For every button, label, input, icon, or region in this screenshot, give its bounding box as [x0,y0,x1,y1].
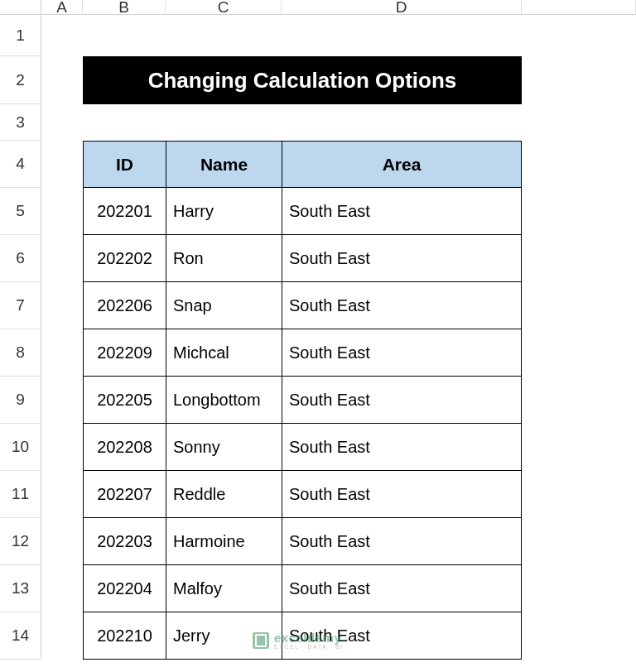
cell-area[interactable]: South East [282,471,522,518]
cell-area[interactable]: South East [282,329,522,377]
cell-area[interactable]: South East [282,188,522,235]
row-header-13[interactable]: 13 [0,565,41,612]
col-header-blank [522,0,636,15]
cell-id[interactable]: 202203 [83,518,166,565]
spreadsheet-grid: A B C D 1234567891011121314Changing Calc… [0,0,636,660]
col-header-d[interactable]: D [282,0,522,15]
cell-id[interactable]: 202208 [83,424,166,471]
row-header-1[interactable]: 1 [0,15,41,56]
cell-id[interactable]: 202204 [83,565,166,612]
cell-name[interactable]: Malfoy [166,565,282,612]
row-header-11[interactable]: 11 [0,471,41,518]
row-header-3[interactable]: 3 [0,104,41,141]
page-title: Changing Calculation Options [83,56,522,104]
table-header-id[interactable]: ID [83,141,166,188]
cell-id[interactable]: 202210 [83,612,166,660]
cell-name[interactable]: Jerry [166,612,282,660]
cell-id[interactable]: 202207 [83,471,166,518]
cell-id[interactable]: 202205 [83,377,166,424]
col-header-b[interactable]: B [83,0,166,15]
cell-name[interactable]: Michcal [166,329,282,377]
cell-id[interactable]: 202202 [83,235,166,282]
cell-area[interactable]: South East [282,282,522,329]
cell-id[interactable]: 202206 [83,282,166,329]
cell-area[interactable]: South East [282,518,522,565]
row-header-6[interactable]: 6 [0,235,41,282]
cell-area[interactable]: South East [282,377,522,424]
row-header-10[interactable]: 10 [0,424,41,471]
col-header-c[interactable]: C [166,0,282,15]
cell-name[interactable]: Sonny [166,424,282,471]
row-header-7[interactable]: 7 [0,282,41,329]
cell-name[interactable]: Harmoine [166,518,282,565]
cell-name[interactable]: Longbottom [166,377,282,424]
row-header-8[interactable]: 8 [0,329,41,377]
row-header-9[interactable]: 9 [0,377,41,424]
cell-area[interactable]: South East [282,612,522,660]
cell-name[interactable]: Snap [166,282,282,329]
row-header-5[interactable]: 5 [0,188,41,235]
cell-id[interactable]: 202209 [83,329,166,377]
table-header-area[interactable]: Area [282,141,522,188]
cell-area[interactable]: South East [282,565,522,612]
table-header-name[interactable]: Name [166,141,282,188]
col-header-a[interactable]: A [41,0,83,15]
cell-area[interactable]: South East [282,235,522,282]
row-header-4[interactable]: 4 [0,141,41,188]
row-header-12[interactable]: 12 [0,518,41,565]
row-header-14[interactable]: 14 [0,612,41,660]
cell-name[interactable]: Harry [166,188,282,235]
cell-name[interactable]: Reddle [166,471,282,518]
cell-name[interactable]: Ron [166,235,282,282]
row-header-2[interactable]: 2 [0,56,41,104]
cell-area[interactable]: South East [282,424,522,471]
grid-corner [0,0,41,15]
cell-id[interactable]: 202201 [83,188,166,235]
